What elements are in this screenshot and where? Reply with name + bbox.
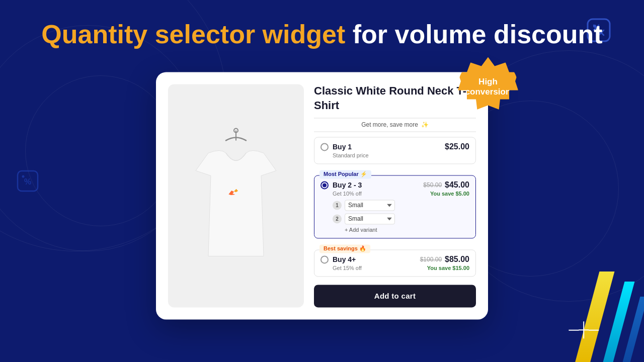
get-more-header: Get more, save more ✨ <box>314 118 476 132</box>
title-orange-part: Quantity selector widget <box>41 20 345 49</box>
option-buy4-subtitle: Get 15% off <box>333 265 362 272</box>
badge-line2: conversion <box>465 87 511 97</box>
variant-select-2[interactable]: Small Medium Large XL <box>345 214 395 225</box>
option-buy4[interactable]: Best savings 🔥 Buy 4+ $100.00 $85.00 Get… <box>314 250 476 277</box>
option-buy1[interactable]: Buy 1 $25.00 Standard price <box>314 137 476 164</box>
get-more-label: Get more, save more <box>361 122 418 129</box>
svg-point-5 <box>22 175 25 178</box>
bg-circle <box>25 75 176 226</box>
option-buy2-3-savings: You save $5.00 <box>430 191 469 197</box>
title-white-part: for volume discount <box>345 20 602 49</box>
plus-icon: ─┼─ <box>569 323 599 337</box>
page-title: Quantity selector widget for volume disc… <box>10 20 634 49</box>
option-buy2-3-subtitle: Get 10% off <box>333 191 362 197</box>
variant-select-1[interactable]: Small Medium Large XL <box>345 200 395 211</box>
product-details: Classic White Round Neck T-Shirt Get mor… <box>314 84 476 307</box>
product-card: High conversion Classic White Round Neck… <box>156 72 488 319</box>
radio-buy1[interactable] <box>320 143 329 151</box>
add-variant-link[interactable]: + Add variant <box>345 227 469 233</box>
radio-buy4[interactable] <box>320 256 329 264</box>
tshirt-image <box>181 126 291 266</box>
best-savings-badge: Best savings 🔥 <box>319 245 370 253</box>
option-buy4-label: Buy 4+ <box>333 256 416 264</box>
product-image-container <box>168 84 304 307</box>
option-buy4-price: $100.00 $85.00 <box>420 255 469 264</box>
add-to-cart-button[interactable]: Add to cart <box>314 285 476 308</box>
option-buy4-price-original: $100.00 <box>420 256 442 263</box>
most-popular-badge: Most Popular ⚡ <box>319 170 371 179</box>
option-buy2-3-label: Buy 2 - 3 <box>333 182 419 190</box>
option-buy4-savings: You save $15.00 <box>427 265 469 272</box>
variant-row-2: 2 Small Medium Large XL <box>333 214 469 225</box>
badge-line1: High <box>478 77 498 87</box>
option-buy1-subtitle: Standard price <box>333 153 369 159</box>
svg-text:%: % <box>24 177 31 186</box>
option-buy2-3-price: $50.00 $45.00 <box>423 181 469 190</box>
product-title: Classic White Round Neck T-Shirt <box>314 84 476 113</box>
stripe-decorations <box>543 272 644 362</box>
option-buy2-3-price-current: $45.00 <box>445 181 469 190</box>
tag-icon-left: % <box>15 168 40 194</box>
page-header: Quantity selector widget for volume disc… <box>0 0 644 59</box>
get-more-emoji: ✨ <box>421 122 429 129</box>
option-buy1-price: $25.00 <box>445 143 469 152</box>
variant-num-2: 2 <box>333 215 342 224</box>
option-buy2-3[interactable]: Most Popular ⚡ Buy 2 - 3 $50.00 $45.00 G… <box>314 175 476 239</box>
option-buy4-price-current: $85.00 <box>445 255 469 264</box>
variant-row-1: 1 Small Medium Large XL <box>333 200 469 211</box>
option-buy1-label: Buy 1 <box>333 143 441 151</box>
option-buy1-price-current: $25.00 <box>445 143 469 152</box>
radio-buy2-3[interactable] <box>320 182 329 190</box>
variants-container: 1 Small Medium Large XL 2 Small Medium L… <box>333 200 469 233</box>
option-buy2-3-price-original: $50.00 <box>423 182 442 189</box>
variant-num-1: 1 <box>333 201 342 210</box>
